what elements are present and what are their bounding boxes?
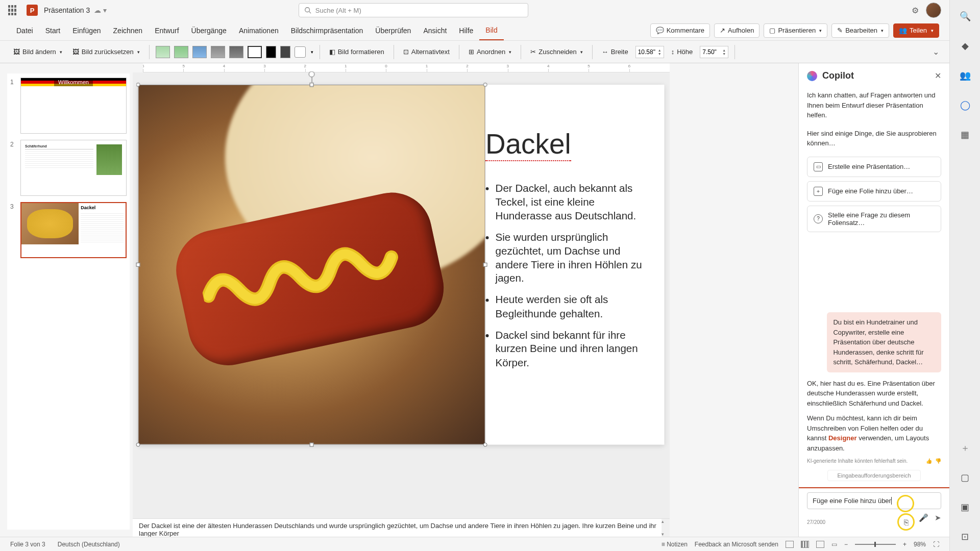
slide-counter[interactable]: Folie 3 von 3	[10, 541, 45, 548]
fit-to-window-icon[interactable]: ⛶	[933, 541, 939, 548]
tab-hilfe[interactable]: Hilfe	[453, 20, 479, 40]
notes-text: Der Dackel ist eine der ältesten Hundera…	[139, 522, 656, 537]
ribbon-tabs: Datei Start Einfügen Zeichnen Entwurf Üb…	[0, 20, 949, 41]
bild-zuruecksetzen-tool[interactable]: 🖼 Bild zurücksetzen▾	[69, 46, 143, 58]
zuschneiden-tool[interactable]: ✂ Zuschneiden▾	[527, 46, 585, 58]
zoom-slider[interactable]	[855, 544, 896, 545]
style-swatch-3[interactable]	[192, 46, 207, 58]
bild-aendern-tool[interactable]: 🖼 Bild ändern▾	[10, 46, 65, 58]
suggestion-add-slide[interactable]: ＋Füge eine Folie hinzu über…	[807, 181, 941, 202]
praesentieren-button[interactable]: ▢ Präsentieren ▾	[764, 23, 827, 38]
tab-start[interactable]: Start	[39, 20, 67, 40]
slide-text-content[interactable]: Dackel Der Dackel, auch bekannt als Teck…	[485, 128, 643, 378]
slide-thumb-3[interactable]: Dackel	[20, 202, 127, 258]
char-count: 27/2000	[807, 519, 825, 525]
tab-bild[interactable]: Bild	[479, 20, 503, 40]
resize-handle-br[interactable]	[483, 443, 487, 447]
edge-icon[interactable]: ◯	[958, 98, 972, 112]
send-icon[interactable]: ➤	[935, 513, 941, 531]
resize-handle-tr[interactable]	[483, 83, 487, 87]
settings-icon[interactable]: ⚙	[912, 6, 919, 15]
reading-view-icon[interactable]	[816, 541, 824, 548]
resize-handle-tl[interactable]	[136, 83, 140, 87]
sorter-view-icon[interactable]	[801, 541, 809, 548]
style-swatch-7[interactable]	[266, 46, 276, 58]
attach-icon[interactable]: ⎘	[904, 518, 909, 527]
slide-thumb-2[interactable]: Schäferhund	[20, 140, 127, 196]
horizontal-ruler: 654 321 012 345 6	[143, 63, 670, 72]
tab-animationen[interactable]: Animationen	[233, 20, 285, 40]
style-swatch-4[interactable]	[211, 46, 225, 58]
slide-canvas-area[interactable]: Dackel Der Dackel, auch bekannt als Teck…	[133, 72, 670, 518]
resize-handle-b[interactable]	[310, 443, 314, 447]
notes-scrollbar[interactable]: ▴▾	[662, 519, 670, 537]
microphone-icon[interactable]: 🎤	[919, 513, 928, 531]
hoehe-input[interactable]: 7.50"▲▼	[700, 46, 728, 58]
anordnen-tool[interactable]: ⊞ Anordnen▾	[465, 46, 514, 58]
people-icon[interactable]: 👥	[958, 68, 972, 83]
zoom-level[interactable]: 98%	[914, 541, 926, 548]
kommentare-button[interactable]: 💬 Kommentare	[650, 23, 710, 38]
user-avatar[interactable]	[926, 3, 941, 18]
tab-bildschirm[interactable]: Bildschirmpräsentation	[285, 20, 370, 40]
copilot-input[interactable]: Füge eine Folie hinzu über	[807, 492, 941, 509]
notizen-button[interactable]: ≡ Notizen	[662, 541, 688, 548]
resize-handle-bl[interactable]	[136, 443, 140, 447]
tab-ueberpruefen[interactable]: Überprüfen	[369, 20, 417, 40]
cloud-save-icon[interactable]: ☁ ▾	[94, 6, 107, 14]
feedback-button[interactable]: Feedback an Microsoft senden	[695, 541, 778, 548]
zoom-out-icon[interactable]: −	[844, 541, 848, 548]
suggestion-ask-question[interactable]: ?Stelle eine Frage zu diesem Foliensatz…	[807, 206, 941, 232]
rail-icon-a[interactable]: ▢	[958, 470, 972, 485]
rail-icon-b[interactable]: ▣	[958, 500, 972, 514]
thumbs-up-icon[interactable]: 👍	[926, 458, 932, 464]
breite-input[interactable]: 10.58"▲▼	[635, 46, 664, 58]
close-icon[interactable]: ✕	[935, 71, 941, 81]
style-swatch-5[interactable]	[229, 46, 243, 58]
search-icon[interactable]: 🔍	[958, 9, 972, 23]
tab-uebergaenge[interactable]: Übergänge	[185, 20, 233, 40]
suggestion-create-presentation[interactable]: ▭Erstelle eine Präsentation…	[807, 157, 941, 177]
rail-icon-c[interactable]: ⊡	[958, 530, 972, 544]
style-swatch-2[interactable]	[174, 46, 188, 58]
style-swatch-6[interactable]	[248, 46, 262, 58]
tab-einfuegen[interactable]: Einfügen	[66, 20, 107, 40]
designer-rail-icon[interactable]: ▦	[958, 128, 972, 142]
tab-ansicht[interactable]: Ansicht	[417, 20, 453, 40]
border-color-tool[interactable]	[295, 46, 306, 58]
slideshow-icon[interactable]: ▭	[831, 541, 837, 548]
slide-image-selected[interactable]	[138, 85, 485, 445]
border-color-dropdown[interactable]: ▾	[311, 49, 313, 55]
bild-formatieren-tool[interactable]: ◧ Bild formatieren	[326, 46, 387, 58]
resize-handle-t[interactable]	[310, 83, 314, 87]
search-icon	[304, 7, 311, 14]
copilot-rail-icon[interactable]: ◆	[958, 39, 972, 53]
speaker-notes[interactable]: Der Dackel ist eine der ältesten Hundera…	[133, 518, 670, 537]
aufholen-button[interactable]: ↗ Aufholen	[714, 23, 760, 38]
document-name[interactable]: Präsentation 3	[44, 6, 90, 14]
question-icon: ?	[814, 214, 823, 223]
attach-highlight-ring: ⎘	[897, 513, 915, 531]
copilot-logo-icon	[807, 71, 817, 81]
alternativtext-tool[interactable]: ⊡ Alternativtext	[400, 46, 453, 58]
thumbs-down-icon[interactable]: 👎	[935, 458, 941, 464]
collapse-ribbon-icon[interactable]: ⌄	[933, 47, 939, 57]
zoom-in-icon[interactable]: +	[903, 541, 906, 548]
tab-entwurf[interactable]: Entwurf	[149, 20, 185, 40]
tab-datei[interactable]: Datei	[10, 20, 39, 40]
search-input[interactable]: Suche (Alt + M)	[299, 3, 528, 17]
bearbeiten-button[interactable]: ✎ Bearbeiten ▾	[831, 23, 889, 38]
rotate-handle[interactable]	[309, 71, 315, 78]
designer-link[interactable]: Designer	[828, 434, 857, 442]
tab-zeichnen[interactable]: Zeichnen	[107, 20, 149, 40]
bullet-3: Heute werden sie oft als Begleithunde ge…	[496, 293, 644, 320]
add-rail-icon[interactable]: ＋	[958, 441, 972, 455]
slide-thumb-1[interactable]: Willkommen	[20, 78, 127, 134]
teilen-button[interactable]: 👥 Teilen	[893, 23, 939, 38]
app-launcher-icon[interactable]	[8, 5, 18, 15]
style-swatch-8[interactable]	[280, 46, 290, 58]
resize-handle-l[interactable]	[136, 263, 140, 267]
language-indicator[interactable]: Deutsch (Deutschland)	[58, 541, 120, 548]
normal-view-icon[interactable]	[786, 541, 794, 548]
style-swatch-1[interactable]	[156, 46, 170, 58]
